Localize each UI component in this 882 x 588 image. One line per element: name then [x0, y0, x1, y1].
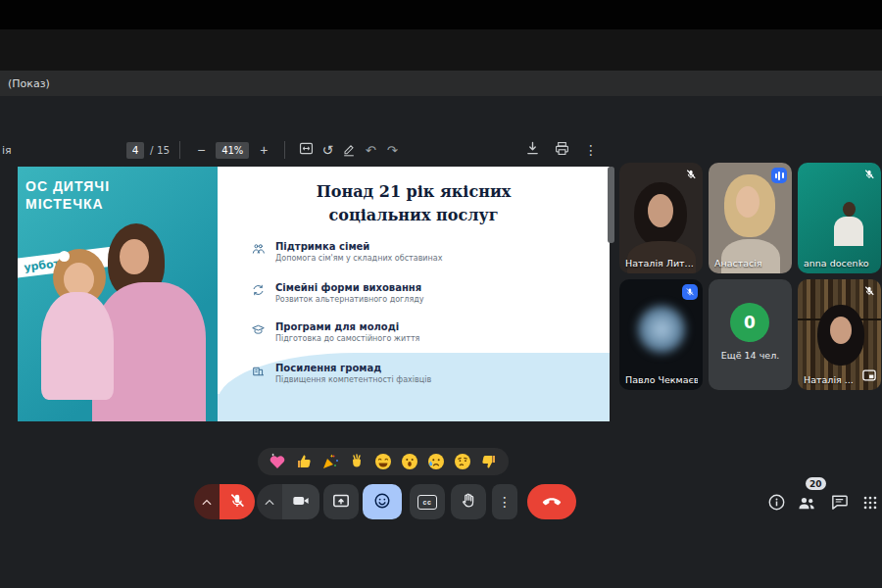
- reaction-clap[interactable]: [347, 452, 367, 471]
- zoom-level[interactable]: 41%: [216, 142, 249, 159]
- browser-frame-band: [0, 29, 882, 71]
- reaction-laugh[interactable]: [373, 452, 393, 471]
- item-heading: Сімейні форми виховання: [275, 282, 424, 293]
- people-icon: [797, 493, 816, 515]
- toolbar-divider: [179, 141, 180, 159]
- reaction-sad[interactable]: [426, 452, 446, 471]
- slide-title-line1: Понад 21 рік якісних: [218, 180, 610, 204]
- zoom-in-button[interactable]: +: [253, 139, 274, 161]
- participant-tile-4[interactable]: Павло Чекмаєв: [619, 279, 703, 390]
- item-heading: Посилення громад: [275, 363, 431, 373]
- participants-button[interactable]: [796, 493, 817, 514]
- print-button[interactable]: [551, 139, 572, 161]
- rotate-button[interactable]: ↺: [317, 139, 338, 161]
- item-sub: Підготовка до самостійного життя: [275, 334, 419, 343]
- item-heading: Підтримка сімей: [275, 241, 442, 252]
- avatar-art: [648, 194, 673, 227]
- reactions-bar: [258, 448, 509, 475]
- mic-off-icon: [862, 284, 876, 298]
- family-support-icon: [251, 241, 266, 263]
- toolbar-overflow-button[interactable]: ⋮: [580, 139, 602, 161]
- participant-tile-2[interactable]: Анастасія: [709, 163, 792, 273]
- item-sub: Допомога сім'ям у складних обставинах: [275, 254, 442, 263]
- avatar-art: [636, 304, 687, 355]
- slide-item-youth: Програми для молоді Підготовка до самост…: [251, 321, 594, 343]
- participant-name: Павло Чекмаєв: [625, 374, 698, 385]
- chevron-up-icon: [264, 495, 275, 510]
- camera-button[interactable]: [282, 484, 319, 519]
- undo-button[interactable]: ↶: [360, 139, 381, 161]
- meeting-details-button[interactable]: [765, 493, 787, 514]
- photo-logo-line1: ОС ДИТЯЧІ: [25, 178, 110, 194]
- pen-icon: [341, 141, 357, 160]
- participant-count-badge: 20: [806, 477, 826, 490]
- redo-icon: ↷: [387, 143, 398, 158]
- slide-title-line2: соціальних послуг: [218, 204, 610, 227]
- avatar-art: [843, 202, 856, 217]
- download-icon: [524, 140, 541, 160]
- overflow-participants-tile[interactable]: 0 Ещё 14 чел.: [709, 279, 792, 390]
- end-call-button[interactable]: [527, 484, 576, 519]
- avatar-art: [830, 317, 852, 344]
- presentation-tab-bar[interactable]: (Показ): [0, 71, 882, 96]
- child-top: [41, 292, 114, 400]
- redo-button[interactable]: ↷: [381, 139, 403, 161]
- captions-button[interactable]: cc: [410, 484, 445, 519]
- chat-button[interactable]: [828, 493, 850, 514]
- item-heading: Програми для молоді: [275, 321, 419, 332]
- care-cycle-icon: [251, 282, 266, 304]
- camera-icon: [292, 492, 310, 513]
- graduation-icon: [251, 321, 266, 343]
- raise-hand-button[interactable]: [451, 484, 486, 519]
- slide-photo: ОС ДИТЯЧІ МІСТЕЧКА урбот: [18, 167, 218, 421]
- participant-name: Анастасія: [714, 258, 762, 269]
- fit-page-button[interactable]: [295, 139, 317, 161]
- mic-off-icon: [684, 168, 698, 181]
- toolbar-divider: [284, 141, 285, 159]
- reaction-thinking[interactable]: [453, 452, 472, 471]
- picture-in-picture-icon[interactable]: [862, 367, 876, 385]
- slide-item-families: Підтримка сімей Допомога сім'ям у складн…: [251, 241, 594, 263]
- item-sub: Підвищення компетентності фахівців: [275, 375, 431, 384]
- participant-tile-6[interactable]: Наталія ...: [798, 279, 881, 390]
- page-number-input[interactable]: 4: [126, 142, 144, 159]
- reaction-thumbs-up[interactable]: [294, 452, 314, 471]
- mic-off-icon: [682, 284, 698, 300]
- print-icon: [554, 140, 570, 160]
- zoom-out-button[interactable]: −: [190, 139, 212, 161]
- page-total-label: / 15: [150, 144, 170, 156]
- undo-icon: ↶: [366, 143, 376, 158]
- participant-name: anna docenko: [804, 258, 869, 269]
- reaction-surprised[interactable]: [400, 452, 419, 471]
- avatar-letter: 0: [730, 303, 769, 342]
- participant-name: Ещё 14 чел.: [709, 350, 792, 361]
- captions-icon: cc: [417, 495, 437, 510]
- reaction-sparkling-heart[interactable]: [268, 452, 287, 471]
- more-vert-icon: ⋮: [584, 142, 598, 158]
- annotate-button[interactable]: [338, 139, 360, 161]
- mother-face: [120, 239, 149, 274]
- speaking-indicator-icon: [771, 168, 787, 183]
- mute-microphone-button[interactable]: [220, 484, 255, 519]
- smiley-icon: [373, 492, 391, 513]
- reaction-party-popper[interactable]: [320, 452, 340, 471]
- mic-options-chevron[interactable]: [194, 484, 220, 519]
- mic-off-icon: [228, 492, 246, 513]
- download-button[interactable]: [521, 139, 543, 161]
- top-black-band: [0, 0, 882, 29]
- participant-tile-1[interactable]: Наталія Лит...: [619, 163, 703, 273]
- more-options-button[interactable]: ⋮: [492, 484, 517, 519]
- reactions-toggle-button[interactable]: [363, 484, 402, 519]
- participant-tile-3[interactable]: anna docenko: [798, 163, 881, 273]
- activities-button[interactable]: [859, 493, 881, 514]
- item-sub: Розвиток альтернативного догляду: [275, 295, 424, 304]
- community-building-icon: [251, 363, 266, 384]
- reaction-thumbs-down[interactable]: [479, 452, 499, 471]
- avatar-art: [834, 217, 863, 246]
- tab-label: (Показ): [8, 77, 50, 90]
- chat-icon: [830, 493, 849, 514]
- file-name-truncated: ія: [2, 144, 17, 157]
- info-icon: [767, 493, 786, 514]
- present-screen-button[interactable]: [323, 484, 359, 519]
- camera-options-chevron[interactable]: [257, 484, 282, 519]
